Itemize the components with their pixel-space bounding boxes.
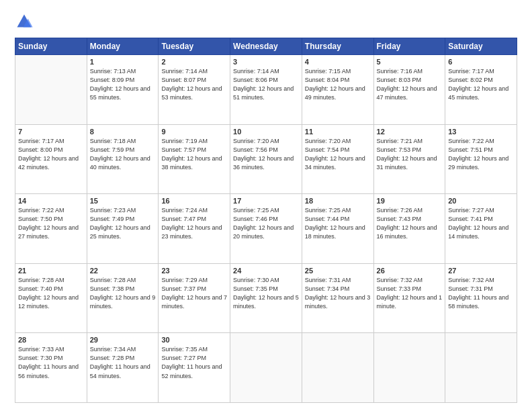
day-detail: Sunrise: 7:21 AMSunset: 7:53 PMDaylight:…: [377, 137, 443, 172]
weekday-row: SundayMondayTuesdayWednesdayThursdayFrid…: [15, 38, 517, 55]
day-number: 19: [377, 197, 443, 205]
day-detail: Sunrise: 7:22 AMSunset: 7:51 PMDaylight:…: [448, 137, 514, 172]
weekday-header: Monday: [87, 38, 159, 55]
calendar-cell: 21Sunrise: 7:28 AMSunset: 7:40 PMDayligh…: [15, 263, 87, 333]
weekday-header: Tuesday: [159, 38, 230, 55]
calendar-week-row: 28Sunrise: 7:33 AMSunset: 7:30 PMDayligh…: [15, 333, 517, 403]
day-number: 6: [448, 58, 514, 66]
calendar-cell: 24Sunrise: 7:30 AMSunset: 7:35 PMDayligh…: [230, 263, 302, 333]
calendar-cell: [15, 55, 87, 125]
page: SundayMondayTuesdayWednesdayThursdayFrid…: [0, 0, 532, 411]
calendar-cell: 30Sunrise: 7:35 AMSunset: 7:27 PMDayligh…: [159, 333, 230, 403]
day-number: 16: [161, 197, 227, 205]
day-number: 15: [90, 197, 156, 205]
day-detail: Sunrise: 7:35 AMSunset: 7:27 PMDaylight:…: [161, 345, 227, 380]
day-detail: Sunrise: 7:14 AMSunset: 8:07 PMDaylight:…: [161, 67, 227, 102]
calendar-week-row: 21Sunrise: 7:28 AMSunset: 7:40 PMDayligh…: [15, 263, 517, 333]
weekday-header: Wednesday: [230, 38, 302, 55]
day-detail: Sunrise: 7:16 AMSunset: 8:03 PMDaylight:…: [377, 67, 443, 102]
calendar-cell: 15Sunrise: 7:23 AMSunset: 7:49 PMDayligh…: [87, 194, 159, 264]
day-number: 2: [161, 58, 227, 66]
weekday-header: Saturday: [445, 38, 517, 55]
day-number: 21: [18, 267, 84, 275]
day-number: 24: [233, 267, 299, 275]
calendar-week-row: 14Sunrise: 7:22 AMSunset: 7:50 PMDayligh…: [15, 194, 517, 264]
day-number: 17: [233, 197, 299, 205]
day-detail: Sunrise: 7:18 AMSunset: 7:59 PMDaylight:…: [90, 137, 156, 172]
day-detail: Sunrise: 7:13 AMSunset: 8:09 PMDaylight:…: [90, 67, 156, 102]
day-number: 1: [90, 58, 156, 66]
calendar-cell: [445, 333, 517, 403]
day-number: 13: [448, 128, 514, 136]
day-number: 29: [90, 336, 156, 344]
day-detail: Sunrise: 7:28 AMSunset: 7:40 PMDaylight:…: [18, 276, 84, 311]
calendar-cell: 19Sunrise: 7:26 AMSunset: 7:43 PMDayligh…: [373, 194, 445, 264]
day-number: 7: [18, 128, 84, 136]
calendar-header: SundayMondayTuesdayWednesdayThursdayFrid…: [15, 38, 517, 55]
header: [15, 12, 517, 31]
day-detail: Sunrise: 7:22 AMSunset: 7:50 PMDaylight:…: [18, 206, 84, 241]
calendar-cell: 1Sunrise: 7:13 AMSunset: 8:09 PMDaylight…: [87, 55, 159, 125]
day-number: 10: [233, 128, 299, 136]
calendar-cell: 26Sunrise: 7:32 AMSunset: 7:33 PMDayligh…: [373, 263, 445, 333]
day-detail: Sunrise: 7:29 AMSunset: 7:37 PMDaylight:…: [161, 276, 227, 311]
calendar-cell: 20Sunrise: 7:27 AMSunset: 7:41 PMDayligh…: [445, 194, 517, 264]
logo-icon: [15, 12, 34, 31]
calendar-cell: 12Sunrise: 7:21 AMSunset: 7:53 PMDayligh…: [373, 124, 445, 194]
weekday-header: Thursday: [302, 38, 373, 55]
calendar-cell: 11Sunrise: 7:20 AMSunset: 7:54 PMDayligh…: [302, 124, 373, 194]
calendar-week-row: 1Sunrise: 7:13 AMSunset: 8:09 PMDaylight…: [15, 55, 517, 125]
day-detail: Sunrise: 7:15 AMSunset: 8:04 PMDaylight:…: [305, 67, 371, 102]
day-number: 4: [305, 58, 371, 66]
calendar-cell: [373, 333, 445, 403]
day-number: 28: [18, 336, 84, 344]
calendar-cell: 5Sunrise: 7:16 AMSunset: 8:03 PMDaylight…: [373, 55, 445, 125]
weekday-header: Friday: [373, 38, 445, 55]
day-number: 30: [161, 336, 227, 344]
day-number: 18: [305, 197, 371, 205]
day-detail: Sunrise: 7:25 AMSunset: 7:44 PMDaylight:…: [305, 206, 371, 241]
calendar-cell: 10Sunrise: 7:20 AMSunset: 7:56 PMDayligh…: [230, 124, 302, 194]
calendar-cell: 2Sunrise: 7:14 AMSunset: 8:07 PMDaylight…: [159, 55, 230, 125]
calendar-cell: 28Sunrise: 7:33 AMSunset: 7:30 PMDayligh…: [15, 333, 87, 403]
day-number: 25: [305, 267, 371, 275]
calendar-cell: 4Sunrise: 7:15 AMSunset: 8:04 PMDaylight…: [302, 55, 373, 125]
day-number: 14: [18, 197, 84, 205]
calendar-cell: 22Sunrise: 7:28 AMSunset: 7:38 PMDayligh…: [87, 263, 159, 333]
day-number: 8: [90, 128, 156, 136]
day-detail: Sunrise: 7:27 AMSunset: 7:41 PMDaylight:…: [448, 206, 514, 241]
day-detail: Sunrise: 7:33 AMSunset: 7:30 PMDaylight:…: [18, 345, 84, 380]
day-number: 9: [161, 128, 227, 136]
calendar-body: 1Sunrise: 7:13 AMSunset: 8:09 PMDaylight…: [15, 55, 517, 403]
logo: [15, 12, 36, 31]
calendar-cell: 8Sunrise: 7:18 AMSunset: 7:59 PMDaylight…: [87, 124, 159, 194]
day-detail: Sunrise: 7:17 AMSunset: 8:00 PMDaylight:…: [18, 137, 84, 172]
day-detail: Sunrise: 7:34 AMSunset: 7:28 PMDaylight:…: [90, 345, 156, 380]
calendar-cell: 14Sunrise: 7:22 AMSunset: 7:50 PMDayligh…: [15, 194, 87, 264]
day-detail: Sunrise: 7:17 AMSunset: 8:02 PMDaylight:…: [448, 67, 514, 102]
day-detail: Sunrise: 7:14 AMSunset: 8:06 PMDaylight:…: [233, 67, 299, 102]
calendar-cell: 16Sunrise: 7:24 AMSunset: 7:47 PMDayligh…: [159, 194, 230, 264]
calendar-table: SundayMondayTuesdayWednesdayThursdayFrid…: [15, 38, 517, 403]
day-number: 23: [161, 267, 227, 275]
day-detail: Sunrise: 7:19 AMSunset: 7:57 PMDaylight:…: [161, 137, 227, 172]
day-number: 3: [233, 58, 299, 66]
day-number: 27: [448, 267, 514, 275]
calendar-cell: 29Sunrise: 7:34 AMSunset: 7:28 PMDayligh…: [87, 333, 159, 403]
day-detail: Sunrise: 7:20 AMSunset: 7:56 PMDaylight:…: [233, 137, 299, 172]
calendar-cell: [302, 333, 373, 403]
day-number: 22: [90, 267, 156, 275]
day-detail: Sunrise: 7:24 AMSunset: 7:47 PMDaylight:…: [161, 206, 227, 241]
calendar-cell: 7Sunrise: 7:17 AMSunset: 8:00 PMDaylight…: [15, 124, 87, 194]
calendar-cell: 13Sunrise: 7:22 AMSunset: 7:51 PMDayligh…: [445, 124, 517, 194]
calendar-cell: 3Sunrise: 7:14 AMSunset: 8:06 PMDaylight…: [230, 55, 302, 125]
calendar-cell: 27Sunrise: 7:32 AMSunset: 7:31 PMDayligh…: [445, 263, 517, 333]
day-detail: Sunrise: 7:28 AMSunset: 7:38 PMDaylight:…: [90, 276, 156, 311]
calendar-cell: 25Sunrise: 7:31 AMSunset: 7:34 PMDayligh…: [302, 263, 373, 333]
calendar-cell: 6Sunrise: 7:17 AMSunset: 8:02 PMDaylight…: [445, 55, 517, 125]
day-detail: Sunrise: 7:32 AMSunset: 7:31 PMDaylight:…: [448, 276, 514, 311]
day-number: 20: [448, 197, 514, 205]
day-detail: Sunrise: 7:31 AMSunset: 7:34 PMDaylight:…: [305, 276, 371, 311]
day-detail: Sunrise: 7:32 AMSunset: 7:33 PMDaylight:…: [377, 276, 443, 311]
calendar-cell: 23Sunrise: 7:29 AMSunset: 7:37 PMDayligh…: [159, 263, 230, 333]
